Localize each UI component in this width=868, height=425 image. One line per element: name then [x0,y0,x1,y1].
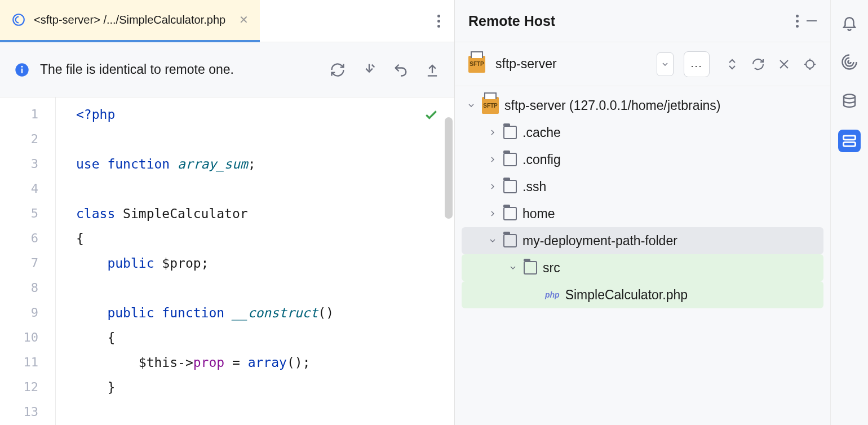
tree-folder[interactable]: src [462,254,823,281]
tree-root-label: sftp-server (127.0.0.1/home/jetbrains) [504,98,721,113]
check-icon [424,108,439,122]
line-number: 11 [0,350,55,375]
chevron-down-icon [488,236,498,246]
folder-icon [503,180,517,193]
line-number: 8 [0,276,55,300]
svg-point-5 [844,95,855,99]
code-editor[interactable]: 1 2 3 4 5 6 7 8 9 10 11 12 13 <?php use … [0,98,454,425]
chevron-right-icon [488,154,498,165]
sftp-icon: SFTP [482,97,499,114]
line-number: 3 [0,152,55,176]
tree-root[interactable]: SFTP sftp-server (127.0.0.1/home/jetbrai… [462,92,823,119]
folder-icon [503,126,517,139]
locate-icon[interactable] [803,57,817,71]
remote-host-header: Remote Host [455,0,830,42]
line-number: 1 [0,102,55,127]
panel-title: Remote Host [468,13,788,29]
database-icon[interactable] [838,90,861,113]
line-number: 12 [0,375,55,400]
collapse-all-icon[interactable] [725,57,739,71]
chevron-right-icon [488,209,498,219]
line-number: 13 [0,400,55,424]
svg-rect-2 [21,68,23,73]
scrollbar[interactable] [445,117,453,219]
right-tool-strip [830,0,868,425]
sftp-icon: SFTP [468,56,485,73]
tree-folder[interactable]: .config [462,146,823,173]
editor-tab-bar: <sftp-server> /.../SimpleCalculator.php … [0,0,454,42]
disconnect-icon[interactable] [777,57,791,71]
panel-options-icon[interactable] [796,15,799,28]
svg-rect-7 [844,142,856,146]
refresh-icon[interactable] [330,62,346,78]
folder-icon [503,153,517,166]
close-icon[interactable]: ✕ [239,13,249,26]
svg-point-0 [13,14,24,25]
folder-icon [503,207,517,220]
minimize-icon[interactable] [807,20,817,21]
info-bar: The file is identical to remote one. [0,42,454,98]
line-number: 6 [0,226,55,251]
refresh-tree-icon[interactable] [751,57,765,71]
spiral-icon[interactable] [838,51,861,73]
notifications-icon[interactable] [838,11,861,34]
folder-label: .config [522,152,561,167]
file-label: SimpleCalculator.php [565,287,688,303]
folder-label: my-deployment-path-folder [522,233,677,249]
folder-label: src [543,260,560,276]
php-file-icon: php [545,290,560,299]
chevron-down-icon [508,263,518,273]
info-icon [14,62,30,78]
folder-icon [503,234,517,247]
download-icon[interactable] [361,62,377,78]
editor-tab[interactable]: <sftp-server> /.../SimpleCalculator.php … [0,0,260,42]
line-number: 9 [0,300,55,325]
remote-host-tool-icon[interactable] [838,130,861,152]
upload-icon[interactable] [424,62,440,78]
remote-host-toolbar: SFTP sftp-server ... [455,42,830,86]
svg-rect-6 [844,136,856,140]
line-number: 5 [0,201,55,226]
tree-folder[interactable]: .cache [462,119,823,146]
folder-icon [524,261,537,275]
code-content[interactable]: <?php use function array_sum; class Simp… [55,98,454,425]
chevron-right-icon [488,181,498,192]
remote-file-tree: SFTP sftp-server (127.0.0.1/home/jetbrai… [455,86,830,314]
server-name: sftp-server [495,56,646,72]
tree-folder-selected[interactable]: my-deployment-path-folder [462,227,823,254]
folder-label: .cache [522,125,561,140]
compare-icon [11,12,26,27]
gutter: 1 2 3 4 5 6 7 8 9 10 11 12 13 [0,98,55,425]
tab-options-menu[interactable] [423,15,454,28]
line-number: 7 [0,251,55,276]
info-message: The file is identical to remote one. [40,62,320,77]
tree-file[interactable]: php SimpleCalculator.php [462,281,823,308]
chevron-right-icon [488,127,498,138]
line-number: 10 [0,325,55,350]
line-number: 2 [0,127,55,152]
svg-point-4 [806,60,814,68]
folder-label: .ssh [522,179,546,194]
undo-icon[interactable] [393,62,409,78]
more-servers-button[interactable]: ... [684,51,710,77]
server-dropdown[interactable] [657,52,674,76]
tree-folder[interactable]: home [462,200,823,227]
svg-point-3 [21,65,23,67]
tab-title: <sftp-server> /.../SimpleCalculator.php [34,14,225,26]
chevron-down-icon [466,100,476,110]
folder-label: home [522,206,555,222]
line-number: 4 [0,176,55,201]
tree-folder[interactable]: .ssh [462,173,823,200]
